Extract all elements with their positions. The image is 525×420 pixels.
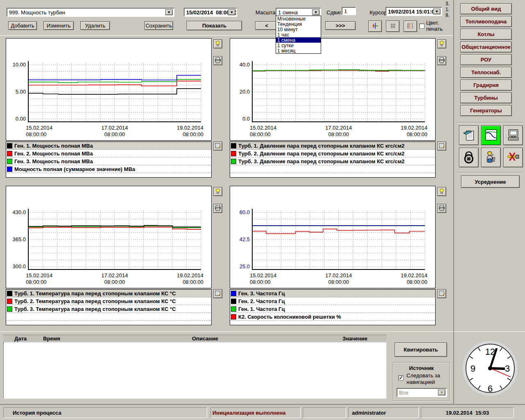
legend-properties-button[interactable] [213, 289, 222, 298]
page-back-button[interactable]: < [255, 21, 278, 30]
scale-option[interactable]: 1 сутки [276, 43, 321, 48]
cursor-datetime-select[interactable]: 19/02/2014 15:01:06 ▼ [386, 7, 442, 16]
analog-clock: 12 3 6 9 [454, 332, 525, 404]
legend-item[interactable]: Турб. 1. Давление пара перед стопорным к… [230, 142, 435, 150]
print-chart-button[interactable] [213, 204, 222, 213]
status-mode: История процесса [3, 407, 207, 418]
legend-item[interactable]: Турб. 2. Температура пара перед стопорны… [6, 297, 211, 305]
trends-button[interactable] [481, 126, 501, 145]
legend-item[interactable]: Ген. 2. Мощность полная МВа [6, 150, 211, 158]
scale-option[interactable]: Тенденция [276, 21, 321, 27]
print-chart-button[interactable] [437, 204, 446, 213]
legend-item[interactable]: Турб. 1. Температура пара перед стопорны… [6, 290, 211, 297]
scale-option[interactable]: 1 час [276, 32, 321, 37]
acknowledge-button[interactable]: Квитировать [395, 342, 447, 357]
chevron-down-icon[interactable]: ▼ [312, 9, 320, 15]
autoscale-button[interactable] [437, 39, 446, 48]
trend-plot[interactable]: 40.020.00.015.02.201408:00:0017.02.20140… [230, 38, 436, 141]
chart-side-buttons [437, 38, 447, 178]
legend-label: Мощность полная (суммарное значение) МВа [14, 166, 135, 172]
legend-item[interactable]: Турб. 3. Температура пара перед стопорны… [6, 305, 211, 313]
sidebar-nav-7[interactable]: Градирня [460, 80, 512, 91]
cursor-lines-button[interactable] [368, 21, 382, 32]
page-forward-button[interactable]: >>> [325, 21, 356, 30]
scale-option[interactable]: Мгновенные [276, 16, 321, 21]
curves-button[interactable] [404, 21, 417, 32]
events-list[interactable] [3, 342, 386, 399]
delete-button[interactable]: Удалить [80, 21, 110, 30]
chevron-down-icon[interactable]: ▼ [433, 9, 441, 14]
legend-item[interactable]: Турб. 3. Давление пара перед стопорным к… [230, 158, 435, 165]
legend-properties-button[interactable] [437, 142, 446, 151]
y-axis-tick: 0.00 [7, 116, 26, 122]
navigation-sidebar: Общий видТопливоподачаКотлыОбщестанционн… [453, 0, 525, 331]
edit-button[interactable]: Изменить [43, 21, 74, 30]
legend-label: Ген. 2. Мощность полная МВа [14, 151, 93, 157]
journal-button[interactable] [459, 126, 479, 145]
autoscale-button[interactable] [213, 187, 222, 196]
operator-button[interactable] [481, 148, 501, 167]
print-chart-button[interactable] [213, 56, 222, 65]
legend-item[interactable]: Ген. 3. Мощность полная МВа [6, 158, 211, 165]
legend-properties-button[interactable] [213, 142, 222, 151]
autoscale-button[interactable] [213, 39, 222, 48]
legend-color-swatch [231, 314, 236, 320]
show-button[interactable]: Показать [187, 21, 242, 30]
trend-plot[interactable]: 430.0365.0300.015.02.201408:00:0017.02.2… [6, 186, 212, 288]
sidebar-nav-1[interactable]: Общий вид [460, 3, 512, 14]
scale-value: 1 смена [278, 9, 298, 16]
grid-toggle-button[interactable] [386, 21, 399, 32]
save-button[interactable]: Сохранить [144, 21, 173, 30]
date-from-select[interactable]: 15/02/2014 08:00:00 ▼ [184, 8, 237, 17]
autoscale-button[interactable] [437, 187, 446, 196]
sidebar-nav-3[interactable]: Котлы [460, 29, 512, 40]
x-axis-label: 19.02.201408:00:00 [390, 125, 427, 138]
source-groupbox: Источник ✓ Следовать за навигацией Все ▼ [393, 362, 450, 401]
x-axis-label: 17.02.201408:00:00 [320, 125, 358, 138]
scale-option[interactable]: 10 минут [276, 27, 321, 32]
legend-properties-button[interactable] [437, 289, 446, 298]
legend-item[interactable]: Ген. 1. Мощность полная МВа [6, 142, 211, 150]
workstation-button[interactable] [503, 126, 523, 145]
sidebar-nav-6[interactable]: Теплоснаб. [460, 67, 512, 78]
legend-item[interactable]: К2. Скорость колосниковой решетки % [230, 313, 435, 321]
averaging-button[interactable]: Усреднение [461, 176, 520, 188]
clock-9: 9 [470, 363, 475, 374]
add-button[interactable]: Добавить [8, 21, 37, 30]
follow-navigation-checkbox[interactable]: ✓ [398, 375, 404, 381]
scale-option[interactable]: 1 смена [276, 37, 321, 43]
color-print-checkbox[interactable] [419, 23, 425, 29]
legend-item[interactable]: Ген. 3. Частота Гц [230, 290, 435, 297]
legend-color-swatch [231, 299, 236, 304]
legend-item[interactable]: Ген. 2. Частота Гц [230, 297, 435, 305]
sidebar-nav-5[interactable]: РОУ [460, 54, 512, 65]
legend-label: Ген. 1. Частота Гц [238, 306, 285, 312]
legend-item[interactable]: Мощность полная (суммарное значение) МВа [6, 165, 211, 173]
legend-item[interactable]: Турб. 2. Давление пара перед стопорным к… [230, 150, 435, 158]
print-chart-button[interactable] [437, 56, 446, 65]
trend-plot[interactable]: 10.005.000.0015.02.201408:00:0017.02.201… [6, 38, 212, 141]
legend-item[interactable] [6, 313, 211, 321]
legend-item[interactable]: Ген. 1. Частота Гц [230, 305, 435, 313]
chevron-down-icon[interactable]: ▼ [165, 9, 173, 15]
trend-group-select[interactable]: 999. Мощность турбин ▼ [7, 8, 174, 17]
sidebar-nav-2[interactable]: Топливоподача [460, 16, 512, 27]
source-filter-select[interactable]: Все ▼ [397, 388, 447, 397]
sidebar-nav-9[interactable]: Генераторы [460, 105, 512, 116]
trend-plot[interactable]: 60.042.525.015.02.201408:00:0017.02.2014… [230, 186, 436, 288]
scale-dropdown-list: МгновенныеТенденция10 минут1 час1 смена1… [276, 16, 321, 54]
sidebar-nav-8[interactable]: Турбины [460, 92, 512, 103]
legend-item[interactable] [230, 165, 435, 173]
tools-button[interactable] [503, 148, 523, 167]
y-axis-tick: 0.0 [231, 116, 250, 122]
chart-side-buttons [437, 186, 447, 325]
legend-label: К2. Скорость колосниковой решетки % [238, 314, 341, 320]
y-axis-tick: 10.00 [7, 62, 26, 68]
legend-color-swatch [7, 167, 12, 172]
sidebar-nav-4[interactable]: Общестанционное [460, 41, 512, 52]
scale-option[interactable]: 1 месяц [276, 48, 321, 53]
shift-input[interactable]: 1 [342, 7, 356, 15]
chevron-down-icon: ▼ [438, 390, 445, 395]
chevron-down-icon[interactable]: ▼ [228, 9, 235, 15]
security-button[interactable] [459, 148, 479, 167]
